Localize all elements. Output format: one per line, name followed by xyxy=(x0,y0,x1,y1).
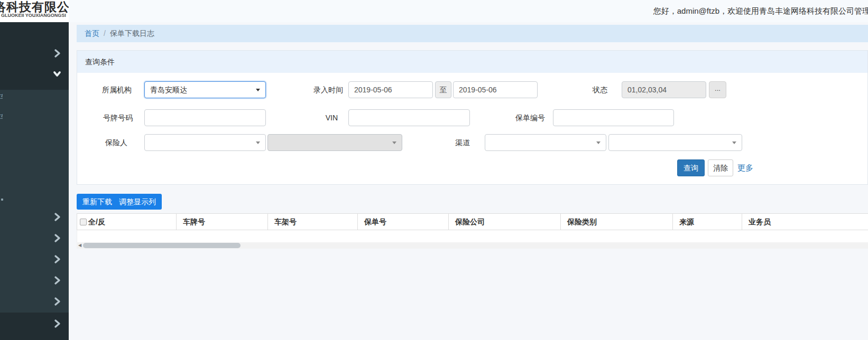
channel-select-2[interactable] xyxy=(608,134,742,151)
chevron-down-icon xyxy=(52,69,62,79)
sidebar-menu-item-6[interactable] xyxy=(0,270,69,291)
dropdown-arrow-icon xyxy=(256,89,260,91)
table-header-vin: 车架号 xyxy=(268,214,358,230)
table-header-salesperson: 业务员 xyxy=(742,214,868,230)
chevron-right-icon xyxy=(52,49,62,58)
table-header-insurance-company: 保险公司 xyxy=(449,214,561,230)
submenu-item-clipped-mark xyxy=(1,199,3,201)
table-header-plate: 车牌号 xyxy=(177,214,268,230)
dropdown-arrow-icon xyxy=(392,141,396,144)
vin-label: VIN xyxy=(285,109,338,126)
scrollbar-thumb[interactable] xyxy=(83,243,241,248)
adjust-columns-button[interactable]: 调整显示列 xyxy=(113,194,162,210)
clear-button[interactable]: 清除 xyxy=(708,159,733,176)
sidebar: 络科技有限公司 GLUOKEII YOUXIANGONGSI 车 车 xyxy=(0,0,69,340)
sidebar-menu-item-8[interactable] xyxy=(0,314,69,335)
date-range-to-addon: 至 xyxy=(435,81,451,98)
select-all-checkbox[interactable] xyxy=(80,219,87,225)
top-navbar: 您好，admin@ftzb，欢迎使用青岛丰途网络科技有限公司管理系统 xyxy=(69,0,868,22)
redownload-button[interactable]: 重新下载 xyxy=(77,194,118,210)
query-panel-title: 查询条件 xyxy=(77,51,867,73)
chevron-right-icon xyxy=(52,212,62,222)
table-header-label: 全/反 xyxy=(88,214,105,230)
breadcrumb: 首页/保单下载日志 xyxy=(77,25,868,42)
app-window: 络科技有限公司 GLUOKEII YOUXIANGONGSI 车 车 xyxy=(0,0,868,340)
policy-no-input[interactable] xyxy=(553,109,674,126)
dropdown-arrow-icon xyxy=(256,141,260,144)
plate-label: 号牌号码 xyxy=(77,109,133,126)
sidebar-menu-item-1[interactable] xyxy=(0,43,69,64)
sidebar-menu-item-5[interactable] xyxy=(0,249,69,270)
dropdown-arrow-icon xyxy=(732,141,736,144)
table-header-policy-no: 保单号 xyxy=(358,214,449,230)
insurer-label: 保险人 xyxy=(77,134,127,151)
scrollbar-left-arrow-icon[interactable]: ◀ xyxy=(77,242,83,249)
horizontal-scrollbar[interactable]: ◀ xyxy=(77,242,868,249)
org-select-value: 青岛安顺达 xyxy=(150,86,187,94)
user-greeting: 您好，admin@ftzb，欢迎使用青岛丰途网络科技有限公司管理系统 xyxy=(653,0,868,22)
insurer-select-2 xyxy=(267,134,402,151)
table-header-select-all: 全/反 xyxy=(77,214,177,230)
entry-time-to-input[interactable] xyxy=(453,81,538,98)
chevron-right-icon xyxy=(52,254,62,264)
org-select[interactable]: 青岛安顺达 xyxy=(144,81,266,98)
sidebar-menu-item-3[interactable] xyxy=(0,207,69,228)
dropdown-arrow-icon xyxy=(596,141,601,144)
breadcrumb-home-link[interactable]: 首页 xyxy=(85,29,99,37)
chevron-right-icon xyxy=(52,233,62,243)
org-label: 所属机构 xyxy=(77,81,132,98)
status-label: 状态 xyxy=(555,81,607,98)
table-header-insurance-type: 保险类别 xyxy=(561,214,673,230)
more-link[interactable]: 更多 xyxy=(737,159,753,176)
submenu-item-clipped-text[interactable]: 车 xyxy=(0,112,3,120)
table-header-row: 全/反 车牌号 车架号 保单号 保险公司 保险类别 来源 业务员 xyxy=(77,213,868,230)
main-content: 首页/保单下载日志 查询条件 所属机构 青岛安顺达 录入时间 至 状态 ... … xyxy=(69,22,868,340)
company-logo: 络科技有限公司 GLUOKEII YOUXIANGONGSI xyxy=(0,0,69,22)
status-input[interactable] xyxy=(622,81,706,98)
results-table: 全/反 车牌号 车架号 保单号 保险公司 保险类别 来源 业务员 xyxy=(77,213,868,242)
sidebar-menu-item-4[interactable] xyxy=(0,228,69,249)
status-picker-button[interactable]: ... xyxy=(709,81,726,98)
table-header-source: 来源 xyxy=(673,214,742,230)
search-button[interactable]: 查询 xyxy=(677,159,705,176)
breadcrumb-separator: / xyxy=(104,29,106,37)
submenu-item-clipped-text[interactable]: 车 xyxy=(0,92,3,100)
sidebar-menu-item-7[interactable] xyxy=(0,291,69,313)
logo-text-en: GLUOKEII YOUXIANGONGSI xyxy=(1,13,69,18)
entry-time-from-input[interactable] xyxy=(348,81,433,98)
sidebar-menu-item-2-expanded[interactable] xyxy=(0,64,69,86)
breadcrumb-current: 保单下载日志 xyxy=(110,29,154,37)
chevron-right-icon xyxy=(52,297,62,306)
chevron-right-icon xyxy=(52,276,62,285)
vin-input[interactable] xyxy=(348,109,470,126)
table-empty-body xyxy=(77,230,868,242)
chevron-right-icon xyxy=(52,319,62,328)
channel-label: 渠道 xyxy=(417,134,470,151)
policy-no-label: 保单编号 xyxy=(492,109,545,126)
query-panel: 查询条件 所属机构 青岛安顺达 录入时间 至 状态 ... 号牌号码 VIN 保… xyxy=(77,50,868,185)
insurer-select-1[interactable] xyxy=(144,134,266,151)
channel-select-1[interactable] xyxy=(485,134,606,151)
plate-input[interactable] xyxy=(144,109,266,126)
entry-time-label: 录入时间 xyxy=(278,81,343,98)
